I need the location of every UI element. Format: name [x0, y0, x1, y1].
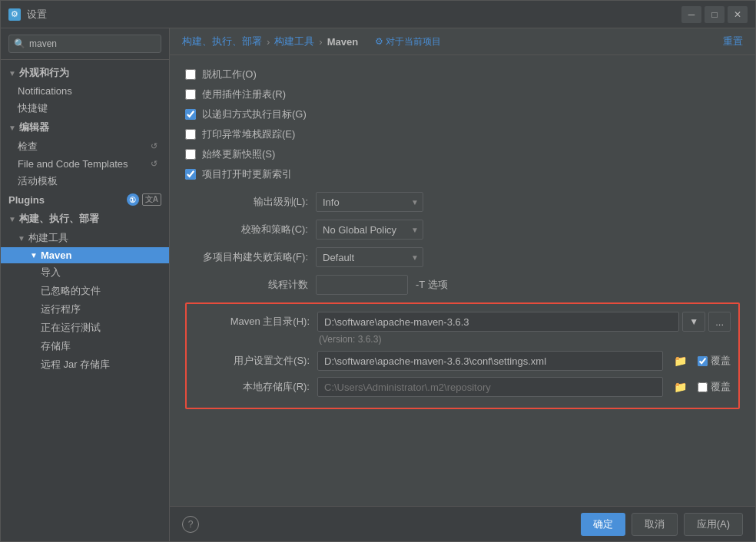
thread-count-input[interactable] [316, 275, 408, 295]
sidebar-item-running-tests[interactable]: 正在运行测试 [1, 319, 169, 337]
nav-items: ▼ 外观和行为 Notifications 快捷键 ▼ 编辑器 检查 ↺ [1, 60, 169, 541]
sidebar-item-build-tools[interactable]: ▼ 构建工具 [1, 229, 169, 247]
user-settings-override-checkbox[interactable] [698, 356, 708, 366]
checksum-policy-select[interactable]: No Global Policy Strict Warn [316, 220, 423, 240]
thread-suffix: -T 选项 [416, 278, 448, 292]
failure-policy-select[interactable]: Default Fail Fast Fail at End Never Fail [316, 247, 423, 267]
offline-checkbox[interactable] [185, 69, 196, 80]
ignored-files-label: 已忽略的文件 [41, 285, 101, 296]
checkbox-update-on-open: 项目打开时更新索引 [185, 167, 740, 181]
maven-home-input-group: ▼ ... (Version: 3.6.3) [317, 312, 731, 345]
sidebar-item-inspection[interactable]: 检查 ↺ [1, 137, 169, 156]
reset-icon-templates: ↺ [151, 159, 161, 170]
local-repo-input[interactable] [317, 377, 663, 397]
form-area: 脱机工作(O) 使用插件注册表(R) 以递归方式执行目标(G) 打印异常堆栈跟踪… [170, 55, 755, 506]
search-input[interactable] [8, 35, 161, 53]
breadcrumb-part-1[interactable]: 构建、执行、部署 [182, 35, 262, 48]
user-settings-folder-btn[interactable]: 📁 [671, 353, 690, 368]
breadcrumb-sep-1: › [267, 36, 270, 48]
output-level-row: 输出级别(L): Info Debug Warn Error ▼ [185, 192, 740, 212]
content-area: 🔍 ▼ 外观和行为 Notifications 快捷键 ▼ [1, 28, 755, 541]
sidebar-item-build-deploy[interactable]: ▼ 构建、执行、部署 [1, 209, 169, 229]
live-templates-label: 活动模板 [18, 174, 58, 188]
always-update-label: 始终更新快照(S) [202, 147, 275, 161]
user-settings-override: 覆盖 [698, 354, 731, 368]
breadcrumb-sep-2: › [319, 36, 322, 48]
user-settings-row: 用户设置文件(S): 📁 覆盖 [187, 348, 738, 374]
offline-label: 脱机工作(O) [202, 68, 257, 81]
app-icon: ⚙ [8, 8, 21, 21]
maven-home-browse-btn[interactable]: ... [708, 312, 731, 332]
sidebar: 🔍 ▼ 外观和行为 Notifications 快捷键 ▼ [1, 28, 170, 541]
local-repo-override: 覆盖 [698, 380, 731, 394]
always-update-checkbox[interactable] [185, 149, 196, 160]
running-tests-label: 正在运行测试 [41, 322, 101, 333]
sidebar-item-repository[interactable]: 存储库 [1, 337, 169, 355]
maven-arrow: ▼ [30, 251, 38, 259]
sidebar-item-remote-jar[interactable]: 远程 Jar 存储库 [1, 355, 169, 374]
sidebar-item-ignored-files[interactable]: 已忽略的文件 [1, 282, 169, 300]
sidebar-item-runner[interactable]: 运行程序 [1, 300, 169, 319]
footer-right: 确定 取消 应用(A) [581, 513, 743, 536]
confirm-button[interactable]: 确定 [581, 513, 625, 536]
checksum-policy-select-wrapper: No Global Policy Strict Warn ▼ [316, 220, 423, 240]
plugins-label: Plugins [8, 194, 45, 206]
maximize-button[interactable]: □ [705, 6, 724, 23]
minimize-button[interactable]: ─ [681, 6, 701, 23]
collapse-arrow-build: ▼ [8, 215, 16, 223]
recursive-goals-label: 以递归方式执行目标(G) [202, 107, 307, 121]
maven-config-section: Maven 主目录(H): ▼ ... (Version: 3.6.3) [185, 302, 740, 409]
sidebar-item-notifications[interactable]: Notifications [1, 83, 169, 99]
sidebar-item-editor[interactable]: ▼ 编辑器 [1, 117, 169, 137]
local-repo-folder-btn[interactable]: 📁 [671, 379, 690, 395]
sidebar-item-maven[interactable]: ▼ Maven [1, 247, 169, 263]
collapse-arrow-editor: ▼ [8, 124, 16, 132]
user-settings-input[interactable] [317, 351, 663, 371]
thread-count-label: 线程计数 [185, 278, 308, 292]
footer: ? 确定 取消 应用(A) [170, 506, 755, 541]
sidebar-item-live-templates[interactable]: 活动模板 [1, 172, 169, 190]
sidebar-item-appearance[interactable]: ▼ 外观和行为 [1, 63, 169, 83]
maven-home-input[interactable] [317, 312, 679, 332]
maven-home-input-row: ▼ ... [317, 312, 731, 332]
user-settings-override-label: 覆盖 [711, 354, 731, 368]
output-level-label: 输出级别(L): [185, 195, 308, 209]
sidebar-item-file-templates[interactable]: File and Code Templates ↺ [1, 156, 169, 172]
local-repo-row: 本地存储库(R): 📁 覆盖 [187, 374, 738, 400]
failure-policy-select-wrapper: Default Fail Fast Fail at End Never Fail… [316, 247, 423, 267]
sidebar-item-plugins[interactable]: Plugins ① 文A [1, 190, 169, 209]
recursive-goals-checkbox[interactable] [185, 109, 196, 120]
maven-label: Maven [41, 250, 71, 261]
local-repo-override-label: 覆盖 [711, 380, 731, 394]
repository-label: 存储库 [41, 340, 71, 352]
output-level-select[interactable]: Info Debug Warn Error [316, 192, 423, 212]
help-button[interactable]: ? [182, 516, 199, 533]
maven-home-dropdown-btn[interactable]: ▼ [682, 312, 705, 332]
plugin-registry-checkbox[interactable] [185, 89, 196, 100]
checksum-policy-row: 校验和策略(C): No Global Policy Strict Warn ▼ [185, 220, 740, 240]
apply-button[interactable]: 应用(A) [684, 513, 743, 536]
maven-version-text: (Version: 3.6.3) [317, 334, 731, 345]
close-button[interactable]: ✕ [728, 6, 748, 23]
sidebar-item-import[interactable]: 导入 [1, 263, 169, 282]
settings-window: ⚙ 设置 ─ □ ✕ 🔍 ▼ 外观和行为 [0, 0, 756, 542]
cancel-button[interactable]: 取消 [632, 513, 678, 536]
project-scope[interactable]: ⚙ 对于当前项目 [375, 35, 441, 48]
title-bar: ⚙ 设置 ─ □ ✕ [1, 1, 755, 28]
breadcrumb-part-2[interactable]: 构建工具 [274, 35, 314, 48]
maven-home-label: Maven 主目录(H): [194, 312, 310, 329]
print-stack-checkbox[interactable] [185, 129, 196, 140]
sidebar-item-shortcuts[interactable]: 快捷键 [1, 99, 169, 117]
checkbox-plugin-registry: 使用插件注册表(R) [185, 88, 740, 101]
thread-count-row: 线程计数 -T 选项 [185, 275, 740, 295]
local-repo-override-checkbox[interactable] [698, 382, 708, 392]
update-on-open-checkbox[interactable] [185, 169, 196, 180]
breadcrumb-bar: 构建、执行、部署 › 构建工具 › Maven ⚙ 对于当前项目 重置 [170, 28, 755, 55]
runner-label: 运行程序 [41, 303, 81, 315]
breadcrumb-current: Maven [327, 36, 358, 48]
reset-icon-inspection: ↺ [151, 141, 161, 152]
window-title: 设置 [27, 8, 681, 21]
remote-jar-label: 远程 Jar 存储库 [41, 359, 110, 370]
checkbox-recursive-goals: 以递归方式执行目标(G) [185, 107, 740, 121]
reset-button[interactable]: 重置 [723, 35, 743, 48]
